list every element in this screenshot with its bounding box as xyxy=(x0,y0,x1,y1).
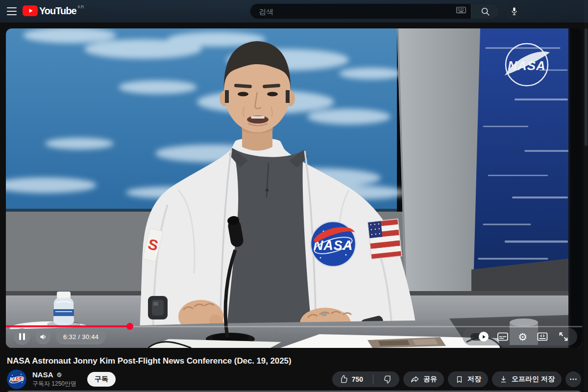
download-icon xyxy=(499,375,508,384)
autoplay-track xyxy=(470,333,488,341)
like-count: 750 xyxy=(352,375,363,383)
autoplay-toggle[interactable] xyxy=(470,333,488,341)
page-scrollbar[interactable] xyxy=(584,0,588,392)
svg-text:NASA: NASA xyxy=(10,377,24,382)
masthead: YouTube KR xyxy=(0,0,588,23)
player-controls-right: ⚙ xyxy=(463,328,577,345)
thumbs-down-icon xyxy=(383,374,393,384)
miniplayer-icon xyxy=(536,331,549,342)
video-frame-scene: NASA xyxy=(6,28,582,348)
progress-bar[interactable] xyxy=(6,325,582,327)
fullscreen-icon xyxy=(558,331,569,343)
search-input[interactable] xyxy=(250,4,456,19)
screen-bezel xyxy=(570,28,582,348)
settings-gear-icon: ⚙ xyxy=(518,332,527,342)
channel-avatar[interactable]: NASA xyxy=(7,369,26,389)
subscribe-button[interactable]: 구독 xyxy=(87,372,116,387)
voice-search-button[interactable] xyxy=(505,2,523,20)
youtube-logo[interactable]: YouTube KR xyxy=(23,5,84,16)
subtitles-button[interactable] xyxy=(496,331,509,342)
channel-row: NASA NASA 구독자 1250만명 구독 750 xyxy=(7,369,581,389)
video-title: NASA Astronaut Jonny Kim Post-Flight New… xyxy=(7,356,581,367)
menu-icon[interactable] xyxy=(7,7,17,15)
us-flag-patch xyxy=(368,219,402,259)
thumbs-up-icon xyxy=(339,374,348,384)
pause-icon xyxy=(19,333,25,341)
youtube-play-icon xyxy=(23,5,38,16)
search-button[interactable] xyxy=(471,4,499,19)
like-dislike-pill: 750 xyxy=(332,371,399,387)
save-button[interactable]: 저장 xyxy=(448,371,488,387)
video-player[interactable]: NASA xyxy=(6,28,582,348)
ring xyxy=(321,313,327,316)
more-actions-button[interactable] xyxy=(565,371,581,387)
mic-icon xyxy=(510,6,518,16)
nasa-chest-patch: NASA xyxy=(311,221,356,267)
pill-divider xyxy=(373,374,373,384)
volume-button[interactable] xyxy=(35,329,51,344)
keyboard-icon[interactable] xyxy=(456,6,466,16)
search-icon xyxy=(480,6,490,17)
youtube-region-label: KR xyxy=(78,4,85,9)
verified-icon xyxy=(56,371,63,378)
svg-text:NASA: NASA xyxy=(508,58,546,73)
action-buttons: 750 공유 저장 오프라인 저장 xyxy=(332,371,581,387)
like-button[interactable]: 750 xyxy=(332,371,369,387)
search-bar xyxy=(250,3,500,19)
channel-name[interactable]: NASA xyxy=(32,370,53,379)
polo-shirt xyxy=(225,148,314,348)
smartwatch-left xyxy=(148,296,168,319)
youtube-wordmark: YouTube xyxy=(39,5,76,16)
scrollbar-thumb[interactable] xyxy=(585,28,588,146)
subscriber-count: 구독자 1250만명 xyxy=(32,380,76,388)
dislike-button[interactable] xyxy=(377,371,399,387)
settings-button[interactable]: ⚙ xyxy=(518,332,527,342)
fullscreen-button[interactable] xyxy=(558,331,569,343)
miniplayer-button[interactable] xyxy=(536,331,549,342)
player-controls-left: 6:32 / 30:44 xyxy=(14,328,106,345)
subtitles-icon xyxy=(496,331,509,342)
volume-icon xyxy=(39,332,48,342)
more-dots-icon xyxy=(569,375,578,384)
bookmark-icon xyxy=(455,375,464,384)
pause-button[interactable] xyxy=(14,328,30,345)
progress-handle[interactable] xyxy=(126,323,133,330)
share-icon xyxy=(410,374,420,384)
autoplay-knob xyxy=(479,332,489,342)
channel-meta: NASA 구독자 1250만명 xyxy=(32,370,76,388)
share-button[interactable]: 공유 xyxy=(403,371,444,387)
progress-played xyxy=(6,325,130,327)
offline-save-button[interactable]: 오프라인 저장 xyxy=(492,371,562,387)
navy-backdrop-screen: NASA xyxy=(474,28,569,270)
studio-pillar xyxy=(397,28,482,303)
time-display: 6:32 / 30:44 xyxy=(56,329,106,344)
